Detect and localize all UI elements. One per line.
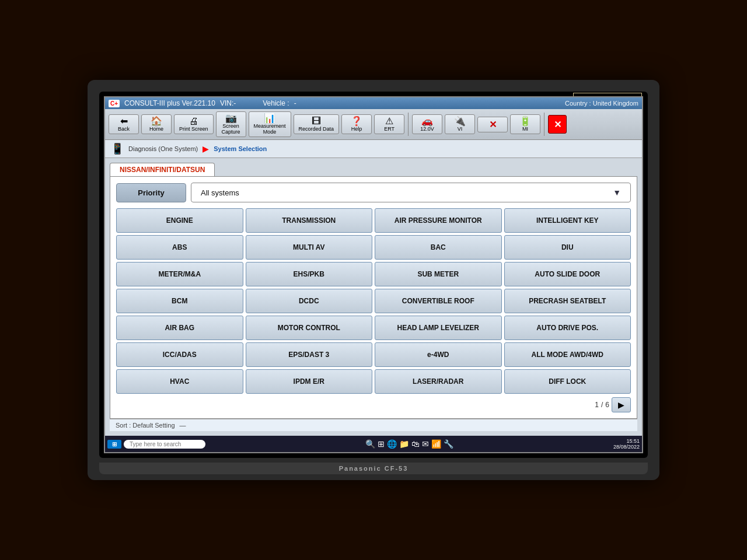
taskbar-icon-search[interactable]: 🔍: [365, 439, 375, 449]
taskbar: ⊞ 🔍 ⊞ 🌐 📁 🛍 ✉ 📶 🔧 15:51 28/08/: [105, 436, 642, 452]
taskbar-icons: 🔍 ⊞ 🌐 📁 🛍 ✉ 📶 🔧: [208, 439, 611, 449]
screen-capture-button[interactable]: 📷 ScreenCapture: [216, 111, 246, 137]
phone-icon: 📱: [111, 142, 124, 155]
car-icon: 🚗: [417, 117, 437, 126]
system-button[interactable]: DCDC: [246, 289, 373, 313]
app-title: CONSULT-III plus Ver.221.10: [124, 99, 215, 107]
tab-bar: NISSAN/INFINITI/DATSUN: [110, 163, 637, 176]
print-label: Print Screen: [179, 126, 208, 132]
systems-grid: ENGINETRANSMISSIONAIR PRESSURE MONITORIN…: [116, 208, 631, 394]
sort-label: Sort : Default Setting: [116, 422, 175, 429]
system-container: Priority All systems ▼ ENGINETRANSMISSIO…: [110, 176, 637, 419]
vin-label: VIN:-: [220, 99, 236, 107]
ert-label: ERT: [379, 126, 399, 132]
system-button[interactable]: PRECRASH SEATBELT: [504, 289, 631, 313]
x-button[interactable]: ✕: [477, 117, 508, 132]
mi-button[interactable]: 🔋 MI: [510, 114, 540, 134]
measurement-mode-button[interactable]: 📊 MeasurementMode: [249, 111, 291, 137]
measurement-icon: 📊: [254, 114, 286, 123]
taskbar-icon-wifi[interactable]: 📶: [431, 439, 441, 449]
ert-icon: ⚠: [379, 117, 399, 126]
windows-start-button[interactable]: ⊞: [107, 440, 121, 449]
system-button[interactable]: AUTO DRIVE POS.: [504, 316, 631, 340]
taskbar-icon-browser[interactable]: 🌐: [387, 439, 397, 449]
laptop-shell: TOUGHBOOK C+ CONSULT-III plus Ver.221.10…: [88, 80, 659, 480]
system-button[interactable]: HEAD LAMP LEVELIZER: [375, 316, 502, 340]
main-content: NISSAN/INFINITI/DATSUN Priority All syst…: [105, 158, 642, 436]
system-button[interactable]: AUTO SLIDE DOOR: [504, 262, 631, 286]
system-button[interactable]: ALL MODE AWD/4WD: [504, 342, 631, 367]
x-icon: ✕: [489, 120, 497, 130]
page-total: 6: [605, 401, 609, 409]
taskbar-icon-mail[interactable]: ✉: [422, 439, 429, 449]
system-button[interactable]: BCM: [116, 289, 243, 313]
screen-bezel: C+ CONSULT-III plus Ver.221.10 VIN:- Veh…: [99, 92, 648, 458]
all-systems-label: All systems: [201, 188, 239, 197]
print-screen-button[interactable]: 🖨 Print Screen: [174, 114, 214, 134]
system-button[interactable]: DIU: [504, 235, 631, 260]
measurement-label: MeasurementMode: [254, 123, 286, 135]
back-icon: ⬅: [114, 117, 134, 126]
system-button[interactable]: ICC/ADAS: [116, 342, 243, 367]
sort-icon: —: [180, 422, 186, 429]
taskbar-icon-app[interactable]: 🔧: [444, 439, 453, 449]
taskbar-search-input[interactable]: [124, 440, 205, 449]
system-button[interactable]: EPS/DAST 3: [246, 342, 373, 367]
priority-button[interactable]: Priority: [116, 183, 186, 202]
system-button[interactable]: SUB METER: [375, 262, 502, 286]
next-page-button[interactable]: ▶: [612, 397, 631, 412]
toolbar: ⬅ Back 🏠 Home 🖨 Print Screen 📷 ScreenCap…: [105, 109, 642, 140]
system-button[interactable]: INTELLIGENT KEY: [504, 208, 631, 233]
system-button[interactable]: EHS/PKB: [246, 262, 373, 286]
taskbar-icon-view[interactable]: ⊞: [378, 439, 385, 449]
system-button[interactable]: ENGINE: [116, 208, 243, 233]
help-button[interactable]: ❓ Help: [341, 114, 372, 134]
system-button[interactable]: MULTI AV: [246, 235, 373, 260]
system-button[interactable]: AIR PRESSURE MONITOR: [375, 208, 502, 233]
home-button[interactable]: 🏠 Home: [141, 114, 172, 134]
help-icon: ❓: [347, 117, 366, 126]
taskbar-date: 28/08/2022: [613, 444, 640, 450]
brand-label: Panasonic CF-53: [339, 465, 409, 472]
all-systems-dropdown[interactable]: All systems ▼: [191, 183, 631, 202]
system-button[interactable]: TRANSMISSION: [246, 208, 373, 233]
app-logo: C+: [109, 100, 120, 107]
system-button[interactable]: LASER/RADAR: [375, 369, 502, 394]
taskbar-time: 15:51: [613, 438, 640, 444]
ert-button[interactable]: ⚠ ERT: [374, 114, 404, 134]
taskbar-icon-store[interactable]: 🛍: [411, 439, 420, 449]
taskbar-clock: 15:51 28/08/2022: [613, 438, 640, 450]
breadcrumb-arrow-icon: ▶: [203, 144, 209, 153]
car-icon-button[interactable]: 🚗 12.0V: [412, 114, 442, 134]
system-button[interactable]: e-4WD: [375, 342, 502, 367]
home-icon: 🏠: [146, 117, 166, 126]
system-button[interactable]: HVAC: [116, 369, 243, 394]
system-button[interactable]: AIR BAG: [116, 316, 243, 340]
toolbar-sep-1: [408, 113, 409, 136]
page-separator: /: [601, 401, 603, 409]
laptop-bottom: Panasonic CF-53: [99, 463, 648, 474]
taskbar-icon-folder[interactable]: 📁: [399, 439, 409, 449]
home-label: Home: [146, 126, 166, 132]
filter-row: Priority All systems ▼: [116, 183, 631, 202]
title-bar-left: C+ CONSULT-III plus Ver.221.10 VIN:- Veh…: [109, 99, 296, 107]
close-button[interactable]: ✕: [548, 115, 567, 134]
system-button[interactable]: IPDM E/R: [246, 369, 373, 394]
camera-icon: 📷: [221, 114, 241, 123]
system-button[interactable]: DIFF LOCK: [504, 369, 631, 394]
system-button[interactable]: ABS: [116, 235, 243, 260]
recorded-data-button[interactable]: 🎞 Recorded Data: [294, 114, 340, 134]
breadcrumb-step1: Diagnosis (One System): [128, 145, 198, 152]
vi-label: VI: [450, 126, 470, 132]
system-button[interactable]: CONVERTIBLE ROOF: [375, 289, 502, 313]
mi-label: MI: [515, 126, 535, 132]
system-button[interactable]: MOTOR CONTROL: [246, 316, 373, 340]
tab-nissan[interactable]: NISSAN/INFINITI/DATSUN: [110, 163, 215, 176]
app-window: C+ CONSULT-III plus Ver.221.10 VIN:- Veh…: [104, 96, 643, 453]
back-button[interactable]: ⬅ Back: [109, 114, 139, 134]
system-button[interactable]: METER/M&A: [116, 262, 243, 286]
system-button[interactable]: BAC: [375, 235, 502, 260]
vehicle-label: Vehicle :: [263, 99, 289, 107]
toolbar-sep-2: [544, 113, 544, 136]
vi-button[interactable]: 🔌 VI: [445, 114, 475, 134]
